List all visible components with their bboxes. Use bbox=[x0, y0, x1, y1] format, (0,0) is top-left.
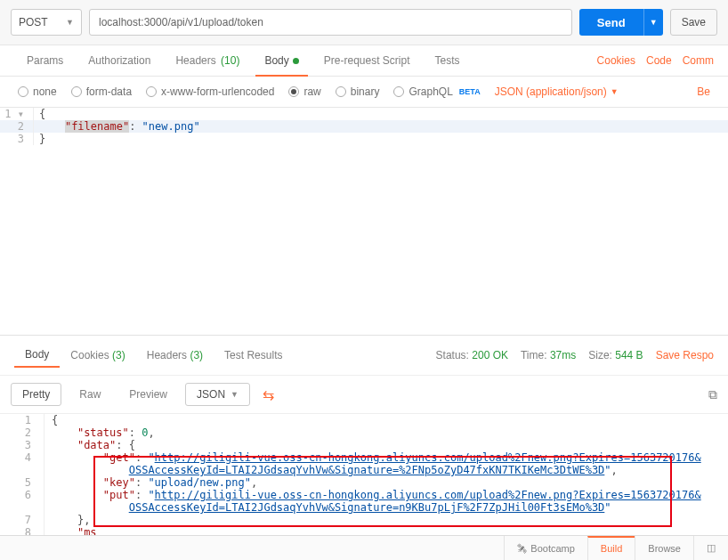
footer-panes-icon[interactable]: ◫ bbox=[693, 536, 728, 560]
chevron-down-icon: ▼ bbox=[231, 390, 239, 399]
radio-none[interactable]: none bbox=[18, 85, 57, 98]
raw-button[interactable]: Raw bbox=[69, 384, 111, 405]
radio-x-www[interactable]: x-www-form-urlencoded bbox=[146, 85, 274, 98]
footer-bootcamp[interactable]: 🛰Bootcamp bbox=[504, 536, 587, 560]
resp-tab-headers[interactable]: Headers (3) bbox=[136, 344, 214, 367]
tab-authorization[interactable]: Authorization bbox=[76, 45, 163, 76]
resp-tab-body[interactable]: Body bbox=[14, 343, 60, 368]
chevron-down-icon: ▼ bbox=[611, 87, 619, 96]
response-body-editor[interactable]: 1{ 2 "status": 0, 3 "data": { 4 "get": "… bbox=[0, 414, 728, 539]
comments-link[interactable]: Comm bbox=[683, 54, 714, 67]
copy-icon[interactable]: ⧉ bbox=[708, 387, 717, 402]
satellite-icon: 🛰 bbox=[517, 543, 527, 554]
chevron-down-icon: ▼ bbox=[650, 18, 658, 27]
radio-graphql[interactable]: GraphQLBETA bbox=[393, 85, 480, 98]
send-button[interactable]: Send bbox=[579, 9, 643, 36]
footer-browse[interactable]: Browse bbox=[635, 536, 693, 560]
radio-binary[interactable]: binary bbox=[336, 85, 380, 98]
radio-icon bbox=[393, 86, 404, 97]
resp-tab-cookies[interactable]: Cookies (3) bbox=[60, 344, 135, 367]
send-dropdown-button[interactable]: ▼ bbox=[643, 9, 663, 36]
preview-button[interactable]: Preview bbox=[118, 384, 178, 405]
tab-params[interactable]: Params bbox=[14, 45, 76, 76]
tab-prerequest[interactable]: Pre-request Script bbox=[311, 45, 423, 76]
pretty-button[interactable]: Pretty bbox=[11, 383, 61, 406]
tab-headers[interactable]: Headers (10) bbox=[163, 45, 252, 76]
save-button[interactable]: Save bbox=[670, 9, 717, 36]
radio-icon bbox=[18, 86, 28, 97]
http-method-select[interactable]: POST ▼ bbox=[11, 9, 82, 36]
request-body-editor[interactable]: 1 ▾{ 2 "filename": "new.png" 3} bbox=[0, 108, 728, 335]
radio-icon bbox=[336, 86, 346, 97]
modified-dot-icon bbox=[293, 58, 299, 64]
resp-tab-tests[interactable]: Test Results bbox=[214, 344, 293, 367]
cookies-link[interactable]: Cookies bbox=[597, 54, 635, 67]
http-method-value: POST bbox=[19, 16, 48, 28]
content-type-select[interactable]: JSON (application/json) ▼ bbox=[495, 85, 619, 98]
save-response-button[interactable]: Save Respo bbox=[656, 349, 714, 361]
radio-icon bbox=[288, 86, 299, 97]
tab-body[interactable]: Body bbox=[252, 45, 311, 76]
wrap-lines-icon[interactable]: ⇆ bbox=[257, 386, 279, 403]
footer-build[interactable]: Build bbox=[587, 536, 635, 560]
code-link[interactable]: Code bbox=[646, 54, 672, 67]
radio-icon bbox=[146, 86, 157, 97]
resp-format-select[interactable]: JSON▼ bbox=[185, 383, 250, 406]
radio-icon bbox=[71, 86, 82, 97]
trailing-link[interactable]: Be bbox=[697, 85, 710, 98]
chevron-down-icon: ▼ bbox=[66, 18, 74, 27]
radio-raw[interactable]: raw bbox=[288, 85, 320, 98]
url-input[interactable] bbox=[89, 9, 572, 36]
radio-form-data[interactable]: form-data bbox=[71, 85, 132, 98]
tab-tests[interactable]: Tests bbox=[423, 45, 473, 76]
